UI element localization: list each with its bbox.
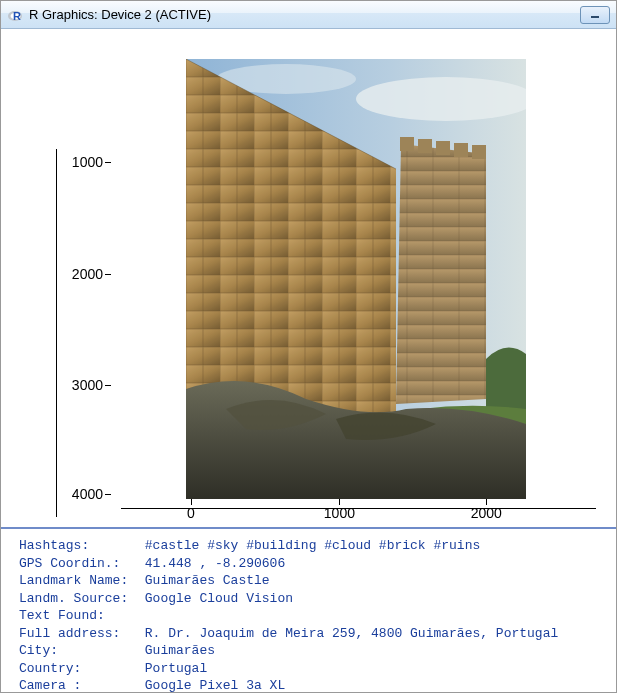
y-tick-label: 1000 <box>72 154 103 170</box>
svg-rect-12 <box>436 141 450 155</box>
console-label: City: <box>19 642 137 660</box>
console-row: Landm. Source: Google Cloud Vision <box>19 590 606 608</box>
x-axis: 0100020003000 <box>111 499 586 519</box>
y-tick-label: 2000 <box>72 266 103 282</box>
y-tick-mark <box>105 494 111 495</box>
console-label: Camera : <box>19 677 137 693</box>
window-controls <box>580 6 610 24</box>
window-title: R Graphics: Device 2 (ACTIVE) <box>29 7 580 22</box>
console-row: Landmark Name: Guimarães Castle <box>19 572 606 590</box>
svg-rect-13 <box>454 143 468 157</box>
y-tick-label: 4000 <box>72 486 103 502</box>
svg-text:R: R <box>13 10 21 22</box>
console-row: City: Guimarães <box>19 642 606 660</box>
console-label: Landmark Name: <box>19 572 137 590</box>
svg-rect-11 <box>418 139 432 153</box>
console-value: 41.448 , -8.290606 <box>137 555 285 573</box>
console-value: #castle #sky #building #cloud #brick #ru… <box>137 537 480 555</box>
x-axis-baseline <box>121 508 596 509</box>
console-row: Text Found: <box>19 607 606 625</box>
svg-marker-9 <box>396 144 486 404</box>
console-label: Text Found: <box>19 607 137 625</box>
y-tick-mark <box>105 162 111 163</box>
console-row: Hashtags: #castle #sky #building #cloud … <box>19 537 606 555</box>
console-value: R. Dr. Joaquim de Meira 259, 4800 Guimar… <box>137 625 558 643</box>
plot-image <box>186 59 526 499</box>
r-logo-icon: R <box>7 7 23 23</box>
console-label: Full address: <box>19 625 137 643</box>
x-tick-mark <box>486 499 487 505</box>
y-axis: 1000200030004000 <box>56 59 111 499</box>
console-row: Camera : Google Pixel 3a XL <box>19 677 606 693</box>
console-value: Google Cloud Vision <box>137 590 293 608</box>
console-label: Hashtags: <box>19 537 137 555</box>
console-value: Google Pixel 3a XL <box>137 677 285 693</box>
svg-rect-10 <box>400 137 414 151</box>
svg-rect-14 <box>472 145 486 159</box>
minimize-button[interactable] <box>580 6 610 24</box>
y-tick-mark <box>105 274 111 275</box>
x-tick-mark <box>191 499 192 505</box>
y-tick-label: 3000 <box>72 377 103 393</box>
y-axis-baseline <box>56 149 57 517</box>
svg-rect-3 <box>591 16 599 18</box>
console-label: GPS Coordin.: <box>19 555 137 573</box>
console-label: Landm. Source: <box>19 590 137 608</box>
console-row: Country: Portugal <box>19 660 606 678</box>
console-value: Portugal <box>137 660 207 678</box>
console-value: Guimarães <box>137 642 215 660</box>
console-label: Country: <box>19 660 137 678</box>
plot-panel: 1000200030004000 0100020003000 <box>1 29 616 529</box>
console-value <box>137 607 145 625</box>
console-row: Full address: R. Dr. Joaquim de Meira 25… <box>19 625 606 643</box>
x-tick-mark <box>339 499 340 505</box>
window-titlebar: R R Graphics: Device 2 (ACTIVE) <box>1 1 616 29</box>
y-tick-mark <box>105 385 111 386</box>
console-value: Guimarães Castle <box>137 572 270 590</box>
console-row: GPS Coordin.: 41.448 , -8.290606 <box>19 555 606 573</box>
console-output: Hashtags: #castle #sky #building #cloud … <box>1 529 616 693</box>
